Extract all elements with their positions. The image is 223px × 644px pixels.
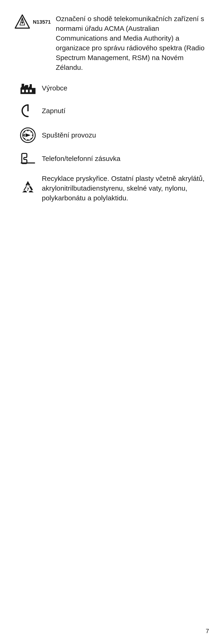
phone-icon <box>14 152 42 165</box>
svg-point-16 <box>27 139 29 140</box>
phone-label: Telefon/telefonní zásuvka <box>42 154 209 164</box>
power-row: Zapnutí <box>14 103 209 118</box>
svg-point-21 <box>24 138 25 139</box>
svg-text:7: 7 <box>27 187 29 192</box>
svg-rect-10 <box>26 90 28 92</box>
n13571-badge: N13571 <box>33 19 51 25</box>
startup-row: Spuštění provozu <box>14 127 209 143</box>
acma-triangle-icon <box>14 14 31 30</box>
page-container: N13571 Označení o shodě telekomunikačníc… <box>0 0 223 644</box>
top-section: N13571 Označení o shodě telekomunikačníc… <box>14 14 209 72</box>
power-icon <box>14 103 42 118</box>
svg-marker-3 <box>21 22 24 24</box>
manufacturer-row: Výrobce <box>14 82 209 94</box>
top-description: Označení o shodě telekomunikačních zaříz… <box>56 14 209 72</box>
top-icons-column: N13571 <box>14 14 51 30</box>
svg-point-20 <box>31 138 32 139</box>
recycle-icon: 7 <box>14 180 42 196</box>
svg-point-19 <box>24 131 25 133</box>
phone-row: Telefon/telefonní zásuvka <box>14 152 209 165</box>
svg-marker-23 <box>26 133 31 137</box>
svg-rect-11 <box>30 90 32 92</box>
svg-point-18 <box>32 134 33 136</box>
recycle-label: Recyklace pryskyřice. Ostatní plasty vče… <box>42 174 209 203</box>
page-number: 7 <box>206 628 209 635</box>
startup-label: Spuštění provozu <box>42 130 209 140</box>
manufacturer-label: Výrobce <box>42 83 209 93</box>
power-label: Zapnutí <box>42 106 209 116</box>
n13571-row: N13571 <box>14 14 51 30</box>
startup-icon <box>14 127 42 143</box>
recycle-row: 7 Recyklace pryskyřice. Ostatní plasty v… <box>14 174 209 203</box>
svg-marker-8 <box>21 85 35 94</box>
svg-point-22 <box>31 131 32 133</box>
manufacturer-icon <box>14 82 42 94</box>
svg-rect-9 <box>22 90 24 92</box>
svg-point-15 <box>27 130 29 131</box>
rows-section: Výrobce Zapnutí <box>14 82 209 203</box>
